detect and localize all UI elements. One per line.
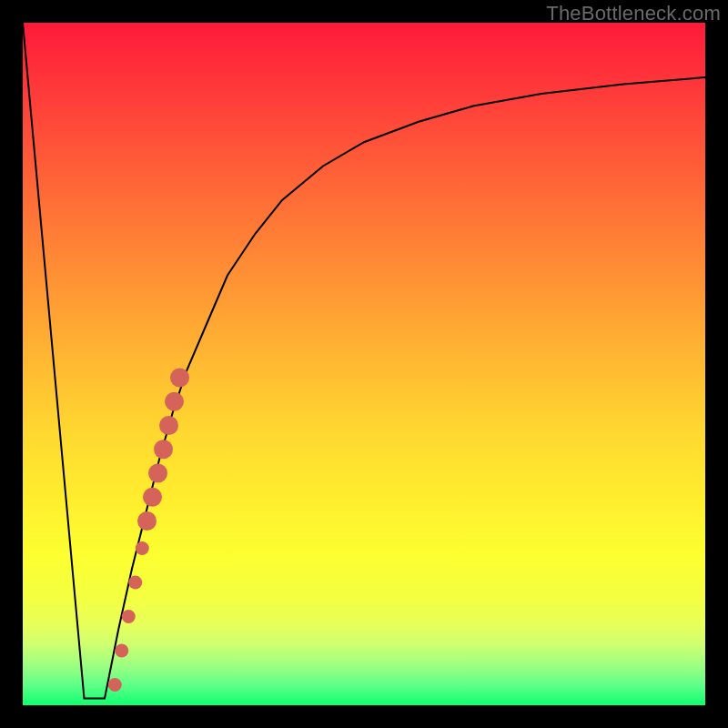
data-point [136, 541, 149, 555]
data-point [137, 511, 157, 531]
data-point [165, 392, 184, 411]
data-point [148, 464, 167, 483]
bottleneck-curve [23, 23, 705, 699]
chart-svg [23, 23, 705, 705]
data-point [115, 644, 128, 658]
plot-area [23, 23, 705, 705]
chart-frame: TheBottleneck.com [0, 0, 728, 728]
data-markers [108, 369, 189, 693]
data-point [170, 369, 189, 388]
data-point [143, 488, 162, 507]
curve-line [23, 23, 705, 699]
data-point [128, 576, 142, 590]
data-point [159, 416, 178, 435]
data-point [154, 440, 173, 459]
data-point [108, 678, 122, 692]
watermark-text: TheBottleneck.com [546, 2, 721, 25]
data-point [122, 610, 136, 623]
